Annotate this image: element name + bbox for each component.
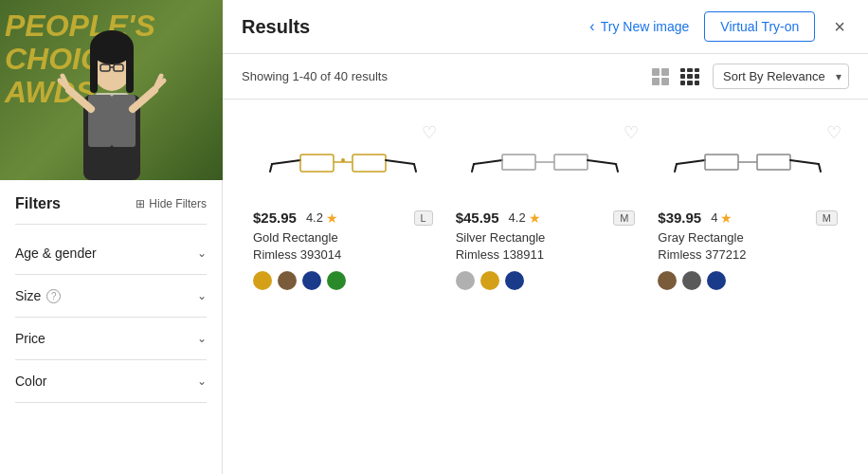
svg-rect-26 bbox=[502, 155, 535, 170]
wishlist-button[interactable]: ♡ bbox=[422, 122, 437, 143]
svg-line-31 bbox=[616, 164, 618, 172]
wishlist-button[interactable]: ♡ bbox=[826, 122, 841, 143]
grid-cell bbox=[687, 81, 692, 85]
svg-rect-18 bbox=[300, 155, 334, 172]
sidebar: PEOPLE'SCHOICEAWDS bbox=[0, 0, 223, 474]
product-image-area bbox=[253, 126, 433, 202]
rating-value: 4 bbox=[711, 210, 717, 225]
grid-cell bbox=[687, 74, 692, 79]
filter-price[interactable]: Price ⌄ bbox=[15, 318, 207, 360]
help-icon[interactable]: ? bbox=[46, 289, 61, 303]
product-image-area bbox=[456, 126, 636, 202]
product-name: Gold RectangleRimless 393014 bbox=[253, 229, 341, 264]
sort-wrapper: Sort By Relevance Price: Low to High Pri… bbox=[713, 64, 849, 89]
results-header: Results ‹ Try New image Virtual Try-on × bbox=[223, 0, 868, 54]
filter-size-label: Size ? bbox=[15, 288, 61, 303]
glasses-image bbox=[267, 136, 419, 192]
virtual-tryon-button[interactable]: Virtual Try-on bbox=[704, 11, 815, 42]
color-swatches bbox=[456, 271, 524, 290]
product-price: $25.95 bbox=[253, 210, 297, 226]
color-swatch[interactable] bbox=[253, 271, 272, 290]
product-card: ♡ $25.95 4.2 bbox=[242, 115, 444, 459]
sort-dropdown[interactable]: Sort By Relevance Price: Low to High Pri… bbox=[713, 64, 849, 89]
product-card: ♡ $39.95 4 ★ M bbox=[646, 115, 849, 459]
svg-line-38 bbox=[819, 164, 821, 172]
filter-color[interactable]: Color ⌄ bbox=[15, 360, 207, 403]
glasses-image bbox=[469, 136, 621, 192]
person-image: PEOPLE'SCHOICEAWDS bbox=[0, 0, 223, 180]
color-swatch[interactable] bbox=[327, 271, 346, 290]
filters-section: Filters ⊞ Hide Filters Age & gender ⌄ Si… bbox=[0, 180, 222, 474]
rating-value: 4.2 bbox=[306, 210, 323, 225]
chevron-down-icon: ⌄ bbox=[197, 289, 207, 302]
star-icon: ★ bbox=[529, 210, 541, 226]
star-icon: ★ bbox=[720, 210, 732, 226]
size-badge: L bbox=[414, 210, 433, 226]
filters-title: Filters bbox=[15, 195, 61, 212]
close-icon: × bbox=[834, 16, 845, 37]
grid-cell bbox=[652, 68, 660, 76]
svg-line-32 bbox=[677, 160, 705, 164]
results-count: Showing 1-40 of 40 results bbox=[242, 69, 639, 83]
svg-line-23 bbox=[270, 164, 272, 172]
try-new-image-label: Try New image bbox=[601, 19, 690, 34]
grid-cell bbox=[695, 74, 699, 79]
svg-rect-28 bbox=[554, 155, 588, 170]
grid-cell bbox=[695, 81, 699, 85]
hide-filters-button[interactable]: ⊞ Hide Filters bbox=[136, 197, 207, 210]
results-toolbar: Showing 1-40 of 40 results bbox=[223, 54, 868, 100]
filter-age-gender[interactable]: Age & gender ⌄ bbox=[15, 232, 207, 275]
filter-size[interactable]: Size ? ⌄ bbox=[15, 275, 207, 318]
product-price: $45.95 bbox=[456, 210, 499, 226]
product-name: Gray RectangleRimless 377212 bbox=[658, 229, 746, 264]
size-badge: M bbox=[613, 210, 635, 226]
color-swatch[interactable] bbox=[302, 271, 321, 290]
grid-3-view-button[interactable] bbox=[678, 66, 701, 87]
svg-line-17 bbox=[272, 160, 300, 164]
filter-icon: ⊞ bbox=[136, 197, 145, 210]
svg-rect-2 bbox=[88, 95, 112, 147]
grid-cell bbox=[680, 74, 685, 79]
wishlist-button[interactable]: ♡ bbox=[624, 122, 639, 143]
grid-2-view-button[interactable] bbox=[650, 66, 671, 87]
chevron-left-icon: ‹ bbox=[589, 18, 594, 35]
virtual-tryon-label: Virtual Try-on bbox=[720, 19, 799, 34]
svg-rect-35 bbox=[757, 155, 790, 170]
svg-line-29 bbox=[588, 160, 616, 164]
svg-rect-3 bbox=[112, 95, 136, 147]
chevron-down-icon: ⌄ bbox=[197, 246, 207, 260]
grid-cell bbox=[661, 68, 669, 76]
svg-rect-20 bbox=[353, 155, 386, 172]
grid-cell bbox=[661, 78, 669, 85]
chevron-down-icon: ⌄ bbox=[197, 332, 207, 345]
filters-header: Filters ⊞ Hide Filters bbox=[15, 195, 207, 212]
filter-age-gender-label: Age & gender bbox=[15, 246, 97, 261]
rating-box: 4.2 ★ bbox=[306, 210, 338, 226]
color-swatch[interactable] bbox=[278, 271, 297, 290]
try-new-image-button[interactable]: ‹ Try New image bbox=[589, 18, 689, 35]
close-button[interactable]: × bbox=[830, 12, 849, 42]
filter-price-label: Price bbox=[15, 331, 45, 346]
sidebar-image: PEOPLE'SCHOICEAWDS bbox=[0, 0, 223, 180]
svg-line-24 bbox=[414, 164, 416, 172]
svg-point-22 bbox=[341, 158, 345, 162]
grid-cell bbox=[652, 78, 660, 85]
product-price: $39.95 bbox=[658, 210, 701, 226]
product-card: ♡ $45.95 4.2 ★ M bbox=[444, 115, 647, 459]
rating-box: 4.2 ★ bbox=[509, 210, 541, 226]
grid-cell bbox=[695, 68, 699, 73]
price-rating-row: $45.95 4.2 ★ M bbox=[456, 210, 636, 226]
size-badge: M bbox=[816, 210, 838, 226]
color-swatch[interactable] bbox=[658, 271, 677, 290]
color-swatch[interactable] bbox=[480, 271, 499, 290]
color-swatch[interactable] bbox=[456, 271, 475, 290]
color-swatch[interactable] bbox=[682, 271, 701, 290]
color-swatch[interactable] bbox=[707, 271, 726, 290]
svg-line-30 bbox=[472, 164, 474, 172]
svg-rect-7 bbox=[126, 46, 134, 93]
grid-cell bbox=[680, 81, 685, 85]
svg-rect-33 bbox=[705, 155, 738, 170]
color-swatch[interactable] bbox=[505, 271, 524, 290]
grid-cell bbox=[687, 68, 692, 73]
view-icons bbox=[650, 66, 701, 87]
